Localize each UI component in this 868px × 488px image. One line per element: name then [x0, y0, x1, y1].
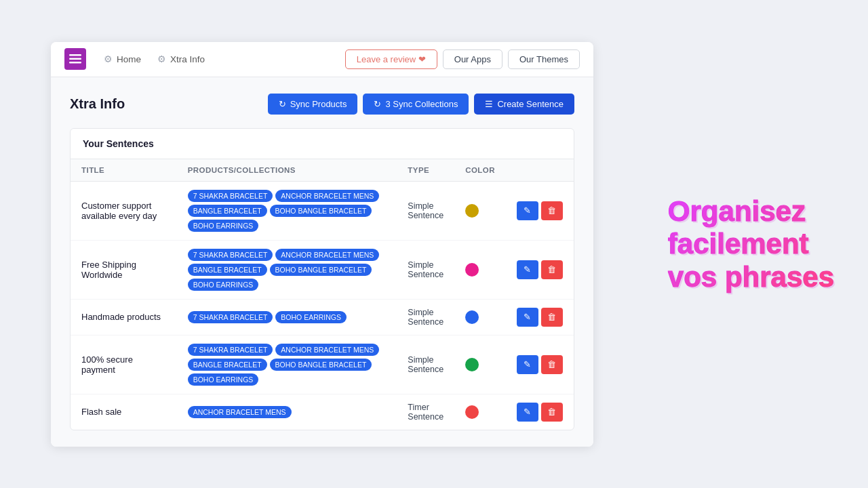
sentences-table: TITLE PRODUCTS/COLLECTIONS TYPE COLOR Cu… [71, 159, 574, 430]
tag-badge: ANCHOR BRACELET MENS [275, 190, 379, 202]
delete-button[interactable]: 🗑 [541, 201, 563, 220]
row-title: 100% secure payment [71, 335, 177, 394]
row-tags: 7 SHAKRA BRACELETANCHOR BRACELET MENSBAN… [177, 335, 397, 394]
tag-badge: BOHO EARRINGS [188, 220, 259, 232]
col-actions [506, 159, 574, 182]
row-actions-cell: ✎🗑 [506, 181, 574, 240]
color-dot [465, 204, 479, 218]
tag-badge: BANGLE BRACELET [188, 359, 267, 371]
action-buttons: ↻ Sync Products ↻ 3 Sync Collections ☰ C… [268, 94, 574, 115]
col-color: COLOR [454, 159, 506, 182]
row-type: SimpleSentence [397, 181, 454, 240]
delete-button[interactable]: 🗑 [541, 308, 563, 327]
svg-rect-2 [69, 62, 81, 64]
table-card-header: Your Sentences [71, 129, 574, 159]
sync-products-label: Sync Products [290, 99, 347, 109]
tag-badge: BOHO EARRINGS [188, 373, 259, 386]
row-title: Customer support available every day [71, 181, 177, 240]
col-products: PRODUCTS/COLLECTIONS [177, 159, 397, 182]
row-type: SimpleSentence [397, 240, 454, 299]
sync-collections-icon: ↻ [374, 99, 381, 109]
tag-badge: ANCHOR BRACELET MENS [188, 406, 292, 418]
row-actions-cell: ✎🗑 [506, 335, 574, 394]
table-row: Customer support available every day7 SH… [71, 181, 574, 240]
row-tags: 7 SHAKRA BRACELETBOHO EARRINGS [177, 299, 397, 335]
sync-products-button[interactable]: ↻ Sync Products [268, 94, 358, 115]
row-color [454, 240, 506, 299]
row-title: Handmade products [71, 299, 177, 335]
table-row: Flash saleANCHOR BRACELET MENSTimerSente… [71, 394, 574, 430]
gear-icon-home: ⚙ [104, 54, 113, 64]
color-dot [465, 310, 479, 324]
edit-button[interactable]: ✎ [517, 355, 538, 374]
row-type: SimpleSentence [397, 299, 454, 335]
col-type: TYPE [397, 159, 454, 182]
create-sentence-icon: ☰ [485, 99, 493, 109]
promo-line1: Organisez [668, 195, 834, 228]
svg-rect-0 [69, 54, 81, 56]
row-type: TimerSentence [397, 394, 454, 430]
delete-button[interactable]: 🗑 [541, 355, 563, 374]
edit-button[interactable]: ✎ [517, 403, 538, 422]
leave-review-button[interactable]: Leave a review ❤ [345, 49, 437, 69]
delete-button[interactable]: 🗑 [541, 260, 563, 279]
row-title: Flash sale [71, 394, 177, 430]
nav-xtra-info-label: Xtra Info [170, 54, 205, 64]
main-card: ⚙ Home ⚙ Xtra Info Leave a review ❤ Our … [51, 42, 593, 447]
row-color [454, 335, 506, 394]
tag-badge: ANCHOR BRACELET MENS [275, 344, 379, 356]
nav-xtra-info[interactable]: ⚙ Xtra Info [151, 49, 212, 68]
promo-text: Organisez facilement vos phrases [668, 195, 834, 293]
tag-badge: BOHO EARRINGS [275, 311, 347, 323]
nav-right: Leave a review ❤ Our Apps Our Themes [345, 49, 580, 69]
page-title: Xtra Info [70, 96, 125, 112]
row-actions-cell: ✎🗑 [506, 299, 574, 335]
edit-button[interactable]: ✎ [517, 201, 538, 220]
tag-badge: 7 SHAKRA BRACELET [188, 311, 273, 323]
sync-collections-button[interactable]: ↻ 3 Sync Collections [363, 94, 469, 115]
create-sentence-label: Create Sentence [497, 99, 564, 109]
content-area: Xtra Info ↻ Sync Products ↻ 3 Sync Colle… [51, 77, 593, 447]
our-themes-button[interactable]: Our Themes [508, 49, 580, 69]
delete-button[interactable]: 🗑 [541, 403, 563, 422]
our-apps-button[interactable]: Our Apps [443, 49, 502, 69]
row-title: Free Shipping Worldwide [71, 240, 177, 299]
sync-collections-label: 3 Sync Collections [385, 99, 458, 109]
table-header-row: TITLE PRODUCTS/COLLECTIONS TYPE COLOR [71, 159, 574, 182]
tag-badge: BOHO BANGLE BRACELET [270, 205, 372, 217]
svg-rect-1 [69, 58, 81, 60]
color-dot [465, 263, 479, 277]
tag-badge: BANGLE BRACELET [188, 264, 267, 276]
table-row: Handmade products7 SHAKRA BRACELETBOHO E… [71, 299, 574, 335]
row-color [454, 181, 506, 240]
row-tags: 7 SHAKRA BRACELETANCHOR BRACELET MENSBAN… [177, 181, 397, 240]
tag-badge: ANCHOR BRACELET MENS [275, 249, 379, 261]
tag-badge: BOHO BANGLE BRACELET [270, 264, 372, 276]
sync-products-icon: ↻ [279, 99, 286, 109]
top-nav: ⚙ Home ⚙ Xtra Info Leave a review ❤ Our … [51, 42, 593, 77]
sentences-table-card: Your Sentences TITLE PRODUCTS/COLLECTION… [70, 128, 574, 430]
edit-button[interactable]: ✎ [517, 308, 538, 327]
tag-badge: BOHO BANGLE BRACELET [270, 359, 372, 371]
nav-home-label: Home [117, 54, 141, 64]
page-wrapper: ⚙ Home ⚙ Xtra Info Leave a review ❤ Our … [0, 0, 868, 488]
promo-line2: facilement [668, 228, 834, 260]
nav-home[interactable]: ⚙ Home [97, 49, 148, 68]
row-tags: ANCHOR BRACELET MENS [177, 394, 397, 430]
create-sentence-button[interactable]: ☰ Create Sentence [474, 94, 574, 115]
content-header: Xtra Info ↻ Sync Products ↻ 3 Sync Colle… [70, 94, 574, 115]
row-color [454, 394, 506, 430]
edit-button[interactable]: ✎ [517, 260, 538, 279]
col-title: TITLE [71, 159, 177, 182]
promo-line3: vos phrases [668, 260, 834, 293]
row-tags: 7 SHAKRA BRACELETANCHOR BRACELET MENSBAN… [177, 240, 397, 299]
tag-badge: 7 SHAKRA BRACELET [188, 249, 273, 261]
table-row: Free Shipping Worldwide7 SHAKRA BRACELET… [71, 240, 574, 299]
row-type: SimpleSentence [397, 335, 454, 394]
color-dot [465, 405, 479, 419]
row-color [454, 299, 506, 335]
tag-badge: BOHO EARRINGS [188, 279, 259, 291]
nav-logo [64, 48, 86, 70]
tag-badge: 7 SHAKRA BRACELET [188, 190, 273, 202]
row-actions-cell: ✎🗑 [506, 394, 574, 430]
